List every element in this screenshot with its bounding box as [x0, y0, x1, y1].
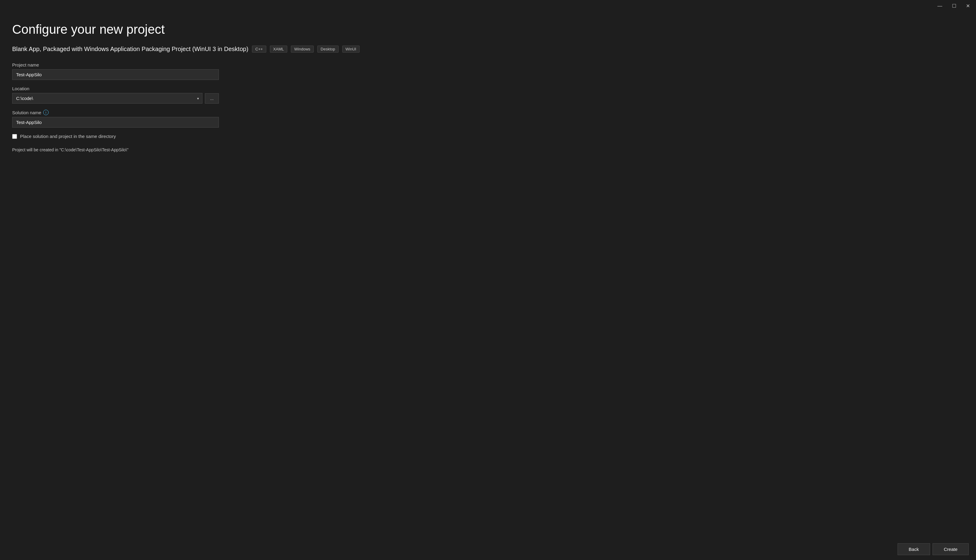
- location-select[interactable]: C:\code\: [12, 93, 202, 103]
- close-button[interactable]: ✕: [964, 2, 973, 10]
- maximize-button[interactable]: ☐: [949, 2, 959, 10]
- form-section: Project name Location C:\code\ ▼ ... Sol…: [12, 62, 219, 152]
- project-path-info: Project will be created in "C:\code\Test…: [12, 147, 219, 152]
- info-icon[interactable]: i: [43, 110, 48, 115]
- project-type-row: Blank App, Packaged with Windows Applica…: [12, 46, 964, 53]
- project-name-field-group: Project name: [12, 62, 219, 80]
- same-directory-row: Place solution and project in the same d…: [12, 134, 219, 139]
- solution-name-field-group: Solution name i: [12, 110, 219, 128]
- same-directory-checkbox[interactable]: [12, 134, 17, 139]
- browse-button[interactable]: ...: [205, 93, 219, 103]
- title-bar: — ☐ ✕: [0, 0, 976, 12]
- location-select-wrapper: C:\code\ ▼: [12, 93, 202, 103]
- minimize-button[interactable]: —: [935, 2, 945, 10]
- tag-cpp: C++: [252, 46, 266, 53]
- project-name-input[interactable]: [12, 69, 219, 80]
- main-content: Configure your new project Blank App, Pa…: [0, 12, 976, 538]
- tag-xaml: XAML: [270, 46, 287, 53]
- solution-name-input[interactable]: [12, 117, 219, 128]
- tag-winui: WinUI: [342, 46, 360, 53]
- project-name-label: Project name: [12, 62, 219, 67]
- create-button[interactable]: Create: [933, 543, 969, 555]
- tag-windows: Windows: [291, 46, 314, 53]
- footer: Back Create: [0, 538, 976, 560]
- tag-desktop: Desktop: [317, 46, 339, 53]
- solution-name-label: Solution name i: [12, 110, 219, 115]
- page-title: Configure your new project: [12, 22, 964, 37]
- location-row: C:\code\ ▼ ...: [12, 93, 219, 103]
- back-button[interactable]: Back: [898, 543, 930, 555]
- project-type-label: Blank App, Packaged with Windows Applica…: [12, 46, 249, 53]
- location-field-group: Location C:\code\ ▼ ...: [12, 86, 219, 103]
- location-label: Location: [12, 86, 219, 91]
- same-directory-label[interactable]: Place solution and project in the same d…: [20, 134, 116, 139]
